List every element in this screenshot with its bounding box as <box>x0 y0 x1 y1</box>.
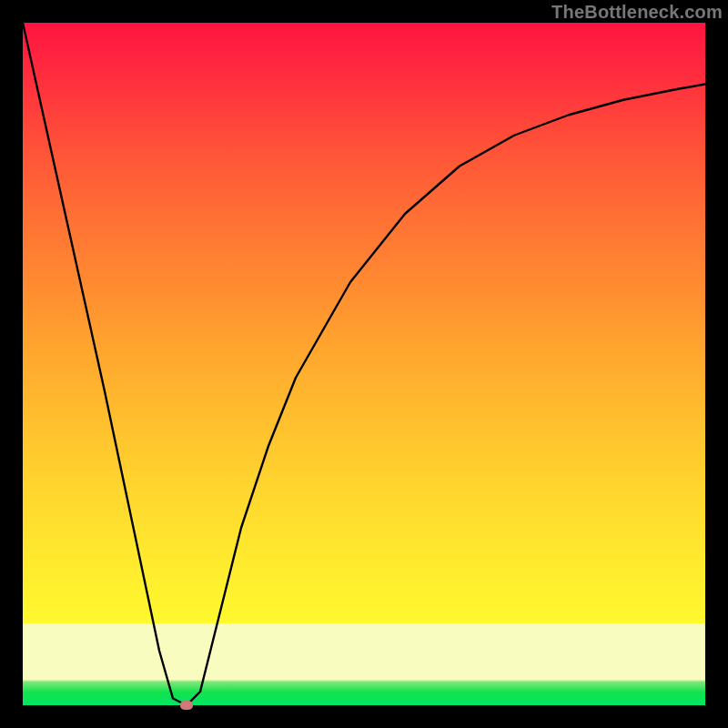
minimum-marker <box>180 701 193 710</box>
watermark-label: TheBottleneck.com <box>551 2 723 23</box>
chart-frame: TheBottleneck.com <box>0 0 728 728</box>
plot-area <box>23 23 705 705</box>
